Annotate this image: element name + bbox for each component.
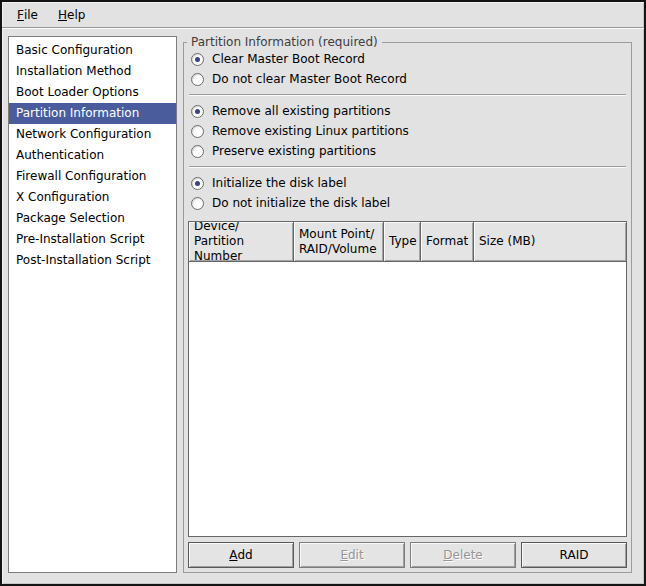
sidebar-item-post-installation-script[interactable]: Post-Installation Script bbox=[9, 250, 176, 271]
sidebar-item-package-selection[interactable]: Package Selection bbox=[9, 208, 176, 229]
sidebar-item-network-configuration[interactable]: Network Configuration bbox=[9, 124, 176, 145]
partitions-table-body bbox=[189, 262, 626, 536]
radio-initialize-disk-label[interactable]: Initialize the disk label bbox=[188, 173, 627, 193]
column-header-format[interactable]: Format bbox=[421, 222, 474, 261]
partitions-table: Device/ Partition Number Mount Point/ RA… bbox=[188, 221, 627, 537]
separator bbox=[189, 166, 626, 168]
sidebar-item-firewall-configuration[interactable]: Firewall Configuration bbox=[9, 166, 176, 187]
radio-label: Do not initialize the disk label bbox=[212, 196, 390, 210]
menu-help[interactable]: Help bbox=[48, 2, 95, 27]
radio-label: Clear Master Boot Record bbox=[212, 52, 365, 66]
radio-button-icon bbox=[191, 125, 204, 138]
radio-label: Do not clear Master Boot Record bbox=[212, 72, 407, 86]
delete-button[interactable]: Delete bbox=[410, 542, 516, 568]
raid-button[interactable]: RAID bbox=[521, 542, 627, 568]
radio-button-icon bbox=[191, 197, 204, 210]
sidebar-item-boot-loader-options[interactable]: Boot Loader Options bbox=[9, 82, 176, 103]
partitions-table-header: Device/ Partition Number Mount Point/ RA… bbox=[189, 222, 626, 262]
radio-button-icon bbox=[191, 73, 204, 86]
radio-do-not-clear-mbr[interactable]: Do not clear Master Boot Record bbox=[188, 69, 627, 89]
radio-label: Remove existing Linux partitions bbox=[212, 124, 409, 138]
radio-button-icon bbox=[191, 53, 204, 66]
radio-preserve-partitions[interactable]: Preserve existing partitions bbox=[188, 141, 627, 161]
column-header-type[interactable]: Type bbox=[384, 222, 421, 261]
sidebar-item-x-configuration[interactable]: X Configuration bbox=[9, 187, 176, 208]
frame-title: Partition Information (required) bbox=[187, 35, 382, 50]
radio-label: Preserve existing partitions bbox=[212, 144, 376, 158]
partition-actions: Add Edit Delete RAID bbox=[188, 542, 627, 568]
sidebar-item-installation-method[interactable]: Installation Method bbox=[9, 61, 176, 82]
section-list: Basic Configuration Installation Method … bbox=[8, 36, 177, 573]
sidebar-item-basic-configuration[interactable]: Basic Configuration bbox=[9, 40, 176, 61]
radio-button-icon bbox=[191, 145, 204, 158]
radio-remove-all-partitions[interactable]: Remove all existing partitions bbox=[188, 101, 627, 121]
partition-information-frame: Clear Master Boot Record Do not clear Ma… bbox=[183, 42, 632, 573]
menubar: File Help bbox=[2, 2, 644, 28]
sidebar-item-partition-information[interactable]: Partition Information bbox=[9, 103, 176, 124]
radio-button-icon bbox=[191, 177, 204, 190]
radio-label: Remove all existing partitions bbox=[212, 104, 390, 118]
radio-remove-linux-partitions[interactable]: Remove existing Linux partitions bbox=[188, 121, 627, 141]
sidebar-item-pre-installation-script[interactable]: Pre-Installation Script bbox=[9, 229, 176, 250]
edit-button[interactable]: Edit bbox=[299, 542, 405, 568]
column-header-size-mb[interactable]: Size (MB) bbox=[474, 222, 626, 261]
kickstart-configurator-window: File Help Basic Configuration Installati… bbox=[0, 0, 646, 586]
menu-file[interactable]: File bbox=[7, 2, 48, 27]
radio-label: Initialize the disk label bbox=[212, 176, 347, 190]
radio-clear-mbr[interactable]: Clear Master Boot Record bbox=[188, 49, 627, 69]
radio-button-icon bbox=[191, 105, 204, 118]
separator bbox=[189, 94, 626, 96]
add-button[interactable]: Add bbox=[188, 542, 294, 568]
column-header-mount-point-raid-volume[interactable]: Mount Point/ RAID/Volume bbox=[294, 222, 384, 261]
sidebar-item-authentication[interactable]: Authentication bbox=[9, 145, 176, 166]
column-header-device-partition-number[interactable]: Device/ Partition Number bbox=[189, 222, 294, 261]
radio-do-not-initialize-disk-label[interactable]: Do not initialize the disk label bbox=[188, 193, 627, 213]
